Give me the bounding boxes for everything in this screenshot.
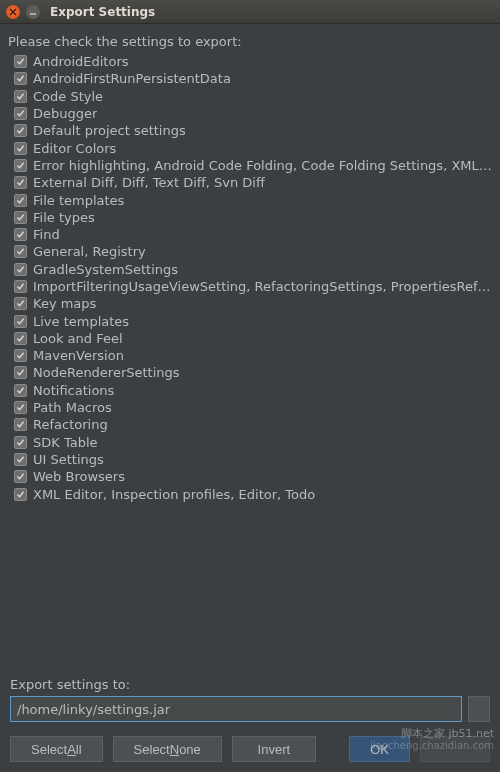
checkbox-icon[interactable] xyxy=(14,401,27,414)
settings-item-label: Web Browsers xyxy=(33,469,125,484)
settings-item[interactable]: Refactoring xyxy=(14,416,494,433)
settings-item[interactable]: AndroidEditors xyxy=(14,53,494,70)
dialog-body: Please check the settings to export: And… xyxy=(0,24,500,772)
export-path-row xyxy=(6,696,494,722)
settings-item-label: Debugger xyxy=(33,106,97,121)
settings-item[interactable]: SDK Table xyxy=(14,434,494,451)
settings-item[interactable]: Default project settings xyxy=(14,122,494,139)
settings-item-label: AndroidEditors xyxy=(33,54,129,69)
checkbox-icon[interactable] xyxy=(14,107,27,120)
checkbox-icon[interactable] xyxy=(14,315,27,328)
select-none-ul: N xyxy=(170,742,179,757)
settings-item[interactable]: Path Macros xyxy=(14,399,494,416)
checkbox-icon[interactable] xyxy=(14,332,27,345)
settings-item-label: ImportFilteringUsageViewSetting, Refacto… xyxy=(33,279,494,294)
titlebar: Export Settings xyxy=(0,0,500,24)
minimize-icon[interactable] xyxy=(26,5,40,19)
checkbox-icon[interactable] xyxy=(14,280,27,293)
settings-item-label: General, Registry xyxy=(33,244,146,259)
settings-item[interactable]: Key maps xyxy=(14,295,494,312)
settings-item-label: GradleSystemSettings xyxy=(33,262,178,277)
export-path-input[interactable] xyxy=(17,702,455,717)
checkbox-icon[interactable] xyxy=(14,384,27,397)
cancel-button[interactable] xyxy=(420,736,490,762)
settings-item-label: Notifications xyxy=(33,383,114,398)
checkbox-icon[interactable] xyxy=(14,488,27,501)
checkbox-icon[interactable] xyxy=(14,349,27,362)
settings-item-label: File types xyxy=(33,210,95,225)
ok-button[interactable]: OK xyxy=(349,736,410,762)
settings-item[interactable]: Look and Feel xyxy=(14,330,494,347)
browse-button[interactable] xyxy=(468,696,490,722)
settings-item[interactable]: Live templates xyxy=(14,312,494,329)
close-icon[interactable] xyxy=(6,5,20,19)
checkbox-icon[interactable] xyxy=(14,142,27,155)
settings-item-label: XML Editor, Inspection profiles, Editor,… xyxy=(33,487,315,502)
settings-item-label: MavenVersion xyxy=(33,348,124,363)
settings-item[interactable]: AndroidFirstRunPersistentData xyxy=(14,70,494,87)
checkbox-icon[interactable] xyxy=(14,418,27,431)
settings-item-label: Editor Colors xyxy=(33,141,116,156)
select-none-button[interactable]: Select None xyxy=(113,736,222,762)
checkbox-icon[interactable] xyxy=(14,263,27,276)
checkbox-icon[interactable] xyxy=(14,72,27,85)
settings-item[interactable]: Code Style xyxy=(14,88,494,105)
export-to-label: Export settings to: xyxy=(10,677,494,692)
settings-item[interactable]: XML Editor, Inspection profiles, Editor,… xyxy=(14,485,494,502)
checkbox-icon[interactable] xyxy=(14,436,27,449)
select-all-post: ll xyxy=(76,742,82,757)
settings-item[interactable]: GradleSystemSettings xyxy=(14,261,494,278)
window-title: Export Settings xyxy=(50,5,155,19)
settings-item[interactable]: General, Registry xyxy=(14,243,494,260)
checkbox-icon[interactable] xyxy=(14,228,27,241)
settings-item-label: External Diff, Diff, Text Diff, Svn Diff xyxy=(33,175,265,190)
settings-item[interactable]: NodeRendererSettings xyxy=(14,364,494,381)
select-all-ul: A xyxy=(67,742,76,757)
settings-item[interactable]: ImportFilteringUsageViewSetting, Refacto… xyxy=(14,278,494,295)
settings-item-label: File templates xyxy=(33,193,124,208)
checkbox-icon[interactable] xyxy=(14,194,27,207)
checkbox-icon[interactable] xyxy=(14,211,27,224)
settings-item[interactable]: Notifications xyxy=(14,382,494,399)
settings-item-label: Live templates xyxy=(33,314,129,329)
checkbox-icon[interactable] xyxy=(14,297,27,310)
checkbox-icon[interactable] xyxy=(14,245,27,258)
invert-button[interactable]: Invert xyxy=(232,736,316,762)
settings-item[interactable]: UI Settings xyxy=(14,451,494,468)
checkbox-icon[interactable] xyxy=(14,366,27,379)
settings-item[interactable]: External Diff, Diff, Text Diff, Svn Diff xyxy=(14,174,494,191)
export-path-field-wrap[interactable] xyxy=(10,696,462,722)
select-all-pre: Select xyxy=(31,742,67,757)
settings-item[interactable]: File templates xyxy=(14,191,494,208)
settings-item[interactable]: File types xyxy=(14,209,494,226)
settings-item-label: Look and Feel xyxy=(33,331,123,346)
checkbox-icon[interactable] xyxy=(14,176,27,189)
settings-item-label: NodeRendererSettings xyxy=(33,365,180,380)
settings-item-label: Path Macros xyxy=(33,400,112,415)
select-none-pre: Select xyxy=(134,742,170,757)
settings-item[interactable]: MavenVersion xyxy=(14,347,494,364)
select-all-button[interactable]: Select All xyxy=(10,736,103,762)
checkbox-icon[interactable] xyxy=(14,124,27,137)
settings-item[interactable]: Debugger xyxy=(14,105,494,122)
settings-item-label: Default project settings xyxy=(33,123,186,138)
settings-item[interactable]: Web Browsers xyxy=(14,468,494,485)
settings-item[interactable]: Error highlighting, Android Code Folding… xyxy=(14,157,494,174)
settings-item-label: Key maps xyxy=(33,296,96,311)
settings-checklist: AndroidEditorsAndroidFirstRunPersistentD… xyxy=(6,53,494,671)
settings-item-label: UI Settings xyxy=(33,452,104,467)
button-row: Select All Select None Invert OK xyxy=(6,722,494,762)
export-settings-dialog: Export Settings Please check the setting… xyxy=(0,0,500,772)
settings-item-label: SDK Table xyxy=(33,435,98,450)
settings-item[interactable]: Find xyxy=(14,226,494,243)
checkbox-icon[interactable] xyxy=(14,90,27,103)
checkbox-icon[interactable] xyxy=(14,55,27,68)
checkbox-icon[interactable] xyxy=(14,159,27,172)
settings-item-label: Refactoring xyxy=(33,417,108,432)
settings-item-label: Code Style xyxy=(33,89,103,104)
checkbox-icon[interactable] xyxy=(14,453,27,466)
instruction-label: Please check the settings to export: xyxy=(8,34,494,49)
checkbox-icon[interactable] xyxy=(14,470,27,483)
settings-item-label: AndroidFirstRunPersistentData xyxy=(33,71,231,86)
settings-item[interactable]: Editor Colors xyxy=(14,139,494,156)
